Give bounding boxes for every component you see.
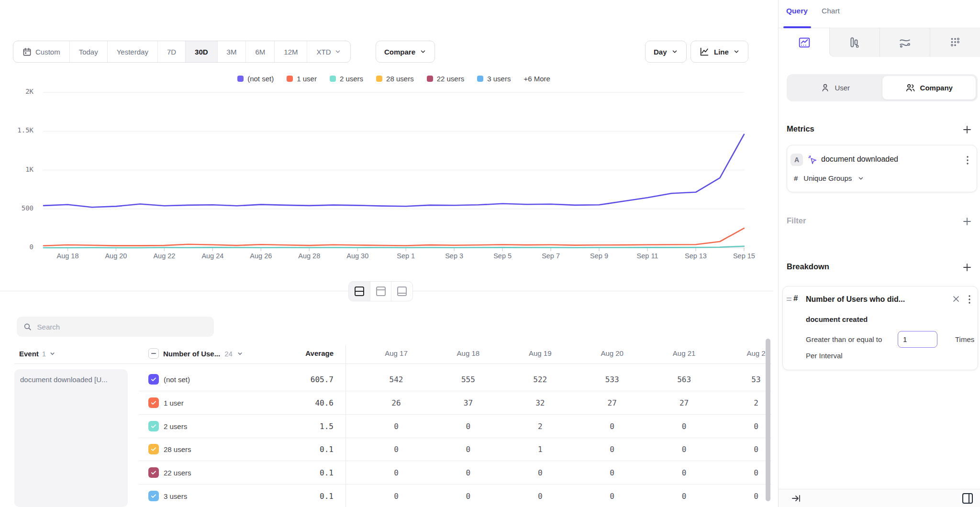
add-breakdown-button[interactable] bbox=[962, 262, 972, 273]
breakdown-card[interactable]: # Number of Users who did... document cr… bbox=[782, 286, 978, 370]
user-icon bbox=[821, 83, 830, 92]
chevron-down-icon bbox=[237, 351, 243, 357]
row-average-value: 1.5 bbox=[269, 415, 334, 438]
row-cell-value: 2 bbox=[504, 415, 576, 438]
row-cell-value: 0 bbox=[576, 415, 648, 438]
row-cell-value: 32 bbox=[504, 391, 576, 415]
measure-hash-icon: # bbox=[794, 174, 798, 182]
x-axis-tick-label: Aug 20 bbox=[92, 252, 140, 260]
row-cell-value: 0 bbox=[648, 485, 720, 507]
date-range-label: Custom bbox=[35, 48, 60, 56]
date-column-header: Aug 21 bbox=[648, 343, 720, 364]
chart-type-line-tab[interactable] bbox=[779, 28, 829, 57]
breakdown-card-title: Number of Users who did... bbox=[806, 295, 905, 304]
table-series-area: Number of Use... 24 Average Aug 17Aug 18… bbox=[139, 0, 773, 507]
row-cell-value: 542 bbox=[360, 368, 432, 391]
measure-dropdown[interactable]: # Unique Groups bbox=[794, 174, 864, 182]
metric-name: document downloaded bbox=[821, 155, 898, 164]
drag-handle-icon[interactable] bbox=[786, 296, 792, 303]
breakdown-event-name: document created bbox=[806, 315, 868, 323]
row-checkbox[interactable] bbox=[148, 421, 159, 431]
company-icon bbox=[905, 83, 915, 92]
row-average-value: 0.1 bbox=[269, 438, 334, 461]
date-column-header: Aug 17 bbox=[360, 343, 432, 364]
check-icon bbox=[150, 446, 157, 452]
scope-toggle: User Company bbox=[787, 74, 978, 101]
breakdown-times-label: Times bbox=[955, 335, 974, 343]
row-checkbox[interactable] bbox=[148, 397, 159, 408]
row-cell-value: 0 bbox=[432, 461, 504, 485]
row-cell-value: 0 bbox=[648, 415, 720, 438]
row-label: 28 users bbox=[164, 438, 191, 461]
event-header-count: 1 bbox=[42, 350, 46, 358]
row-cell-value: 0 bbox=[576, 485, 648, 507]
row-cell-value: 522 bbox=[504, 368, 576, 391]
x-axis-tick-label: Aug 18 bbox=[44, 252, 91, 260]
row-checkbox[interactable] bbox=[148, 374, 159, 385]
date-column-header: Aug 20 bbox=[576, 343, 648, 364]
breakdown-value-input[interactable] bbox=[898, 331, 937, 348]
add-filter-button[interactable] bbox=[962, 216, 972, 227]
row-cell-value: 0 bbox=[432, 415, 504, 438]
row-cell-value: 0 bbox=[576, 461, 648, 485]
series-column-header[interactable]: Number of Use... 24 bbox=[148, 343, 243, 364]
tab-query[interactable]: Query bbox=[786, 7, 808, 15]
event-list-item[interactable]: document downloaded [U... bbox=[14, 369, 128, 507]
chart-type-flow-tab[interactable] bbox=[880, 28, 930, 57]
row-cell-value: 555 bbox=[432, 368, 504, 391]
row-cell-value: 0 bbox=[360, 461, 432, 485]
more-charts-tab-icon bbox=[949, 36, 961, 49]
filter-section-title: Filter bbox=[787, 216, 806, 225]
toggle-sidebar-icon[interactable] bbox=[961, 492, 974, 505]
metric-badge: A bbox=[791, 154, 803, 166]
scope-company-option[interactable]: Company bbox=[882, 76, 976, 99]
scope-user-option[interactable]: User bbox=[789, 76, 882, 99]
close-icon[interactable] bbox=[951, 294, 961, 304]
average-column-header: Average bbox=[269, 343, 334, 364]
row-cell-value: 27 bbox=[576, 391, 648, 415]
table-row: 22 users0.1000000 bbox=[139, 461, 771, 485]
row-checkbox[interactable] bbox=[148, 491, 159, 501]
row-cell-value: 0 bbox=[360, 485, 432, 507]
flow-chart-tab-icon bbox=[899, 36, 911, 49]
row-checkbox[interactable] bbox=[148, 467, 159, 478]
date-range-custom[interactable]: Custom bbox=[13, 41, 70, 62]
row-cell-value: 0 bbox=[432, 485, 504, 507]
check-icon bbox=[150, 376, 157, 383]
event-column-header[interactable]: Event 1 bbox=[19, 343, 56, 364]
date-column-header: Aug 18 bbox=[432, 343, 504, 364]
metric-menu-icon[interactable] bbox=[963, 155, 972, 165]
chart-type-more-tab[interactable] bbox=[930, 28, 980, 57]
select-all-checkbox[interactable] bbox=[148, 348, 159, 359]
row-label: 1 user bbox=[164, 391, 184, 415]
row-cell-value: 27 bbox=[648, 391, 720, 415]
scope-company-label: Company bbox=[920, 84, 953, 92]
chart-type-tabs bbox=[779, 28, 980, 57]
metric-card[interactable]: A document downloaded # Unique Groups bbox=[787, 145, 977, 192]
check-icon bbox=[150, 469, 157, 476]
panel-tab-bar: Query Chart bbox=[779, 0, 980, 28]
row-cell-value: 26 bbox=[360, 391, 432, 415]
main-area: CustomTodayYesterday7D30D3M6M12MXTD Comp… bbox=[0, 0, 778, 507]
row-cell-value: 0 bbox=[360, 438, 432, 461]
row-average-value: 0.1 bbox=[269, 461, 334, 485]
vertical-scrollbar[interactable] bbox=[766, 339, 770, 501]
table-row: 1 user40.626373227272 bbox=[139, 391, 771, 415]
add-metric-button[interactable] bbox=[962, 124, 972, 135]
row-cell-value: 37 bbox=[432, 391, 504, 415]
breakdown-menu-icon[interactable] bbox=[965, 294, 974, 305]
collapse-panel-icon[interactable] bbox=[791, 494, 802, 503]
calendar-icon bbox=[22, 47, 32, 56]
breakdown-condition-label: Greater than or equal to bbox=[806, 335, 882, 343]
date-range-today[interactable]: Today bbox=[70, 41, 108, 62]
row-average-value: 40.6 bbox=[269, 391, 334, 415]
row-cell-value: 0 bbox=[648, 461, 720, 485]
date-column-header: Aug 19 bbox=[504, 343, 576, 364]
chart-type-bar-tab[interactable] bbox=[829, 28, 880, 57]
check-icon bbox=[150, 493, 157, 499]
row-checkbox[interactable] bbox=[148, 444, 159, 454]
row-cell-value: 533 bbox=[576, 368, 648, 391]
tab-chart[interactable]: Chart bbox=[822, 7, 840, 15]
row-cell-value: 0 bbox=[360, 415, 432, 438]
chevron-down-icon bbox=[858, 175, 864, 182]
